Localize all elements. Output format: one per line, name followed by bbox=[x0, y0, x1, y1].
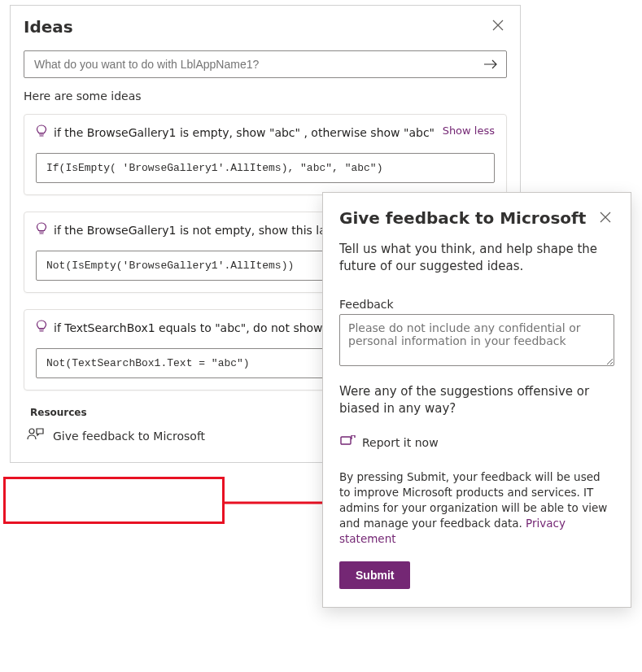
feedback-link-text: Give feedback to Microsoft bbox=[53, 430, 205, 443]
report-it-link[interactable]: Report it now bbox=[339, 435, 614, 450]
ideas-subheading: Here are some ideas bbox=[24, 89, 507, 103]
lightbulb-icon bbox=[36, 222, 47, 239]
svg-point-0 bbox=[29, 429, 34, 434]
formula-row: If(IsEmpty( 'BrowseGallery1'.AllItems), … bbox=[36, 153, 495, 183]
ideas-header: Ideas bbox=[24, 15, 507, 37]
show-less-link[interactable]: Show less bbox=[443, 124, 495, 137]
search-input[interactable] bbox=[33, 57, 483, 72]
feedback-title: Give feedback to Microsoft bbox=[339, 207, 586, 229]
feedback-textarea-label: Feedback bbox=[339, 298, 614, 311]
idea-head: if the BrowseGallery1 is empty, show "ab… bbox=[36, 124, 495, 142]
formula-box[interactable]: If(IsEmpty( 'BrowseGallery1'.AllItems), … bbox=[36, 153, 495, 183]
arrow-right-icon[interactable] bbox=[483, 56, 498, 73]
lightbulb-icon bbox=[36, 320, 47, 337]
ideas-title: Ideas bbox=[24, 17, 73, 37]
feedback-intro: Tell us what you think, and help shape t… bbox=[339, 241, 614, 275]
submit-button[interactable]: Submit bbox=[339, 561, 410, 589]
idea-card: if the BrowseGallery1 is empty, show "ab… bbox=[24, 114, 507, 195]
people-feedback-icon bbox=[27, 426, 45, 446]
close-icon[interactable] bbox=[489, 15, 507, 37]
svg-rect-3 bbox=[341, 437, 351, 444]
feedback-textarea[interactable] bbox=[339, 314, 614, 366]
disclaimer-text: By pressing Submit, your feedback will b… bbox=[339, 470, 607, 530]
close-icon[interactable] bbox=[596, 207, 614, 229]
feedback-disclaimer: By pressing Submit, your feedback will b… bbox=[339, 469, 614, 547]
feedback-dialog: Give feedback to Microsoft Tell us what … bbox=[322, 192, 631, 608]
report-icon bbox=[339, 435, 354, 450]
lightbulb-icon bbox=[36, 124, 47, 142]
search-input-row[interactable] bbox=[24, 50, 507, 78]
offensive-question: Were any of the suggestions offensive or… bbox=[339, 383, 614, 417]
report-it-text: Report it now bbox=[362, 436, 439, 449]
idea-text: if the BrowseGallery1 is empty, show "ab… bbox=[54, 124, 436, 141]
annotation-highlight-box bbox=[3, 477, 225, 524]
feedback-header: Give feedback to Microsoft bbox=[339, 207, 614, 229]
